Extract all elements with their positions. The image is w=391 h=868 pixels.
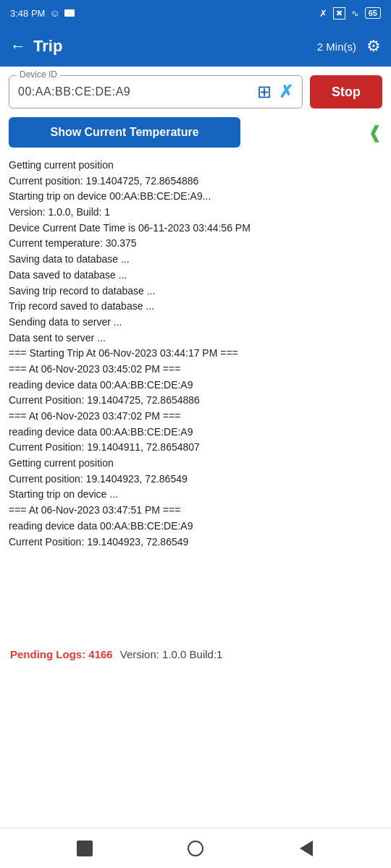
whatsapp-icon: ☺ — [49, 7, 59, 19]
log-line: Sending data to server ... — [9, 315, 382, 331]
device-id-box: Device ID 00:AA:BB:CE:DE:A9 ⊞ ✗ — [9, 75, 303, 109]
log-line: Current temperature: 30.375 — [9, 236, 382, 252]
trip-duration: 2 Min(s) — [317, 41, 356, 53]
log-line: reading device data 00:AA:BB:CE:DE:A9 — [9, 519, 382, 535]
device-id-value: 00:AA:BB:CE:DE:A9 — [18, 85, 130, 98]
log-line: === Starting Trip At 06-Nov-2023 03:44:1… — [9, 346, 382, 362]
log-line: Starting trip on device 00:AA:BB:CE:DE:A… — [9, 189, 382, 205]
back-button[interactable]: ← — [10, 37, 26, 56]
log-line: reading device data 00:AA:BB:CE:DE:A9 — [9, 425, 382, 441]
toolbar-left: ← Trip — [10, 37, 62, 56]
log-line: === At 06-Nov-2023 03:47:02 PM === — [9, 409, 382, 425]
wifi-icon: ∿ — [351, 8, 359, 19]
bottom-status: Pending Logs: 4166 Version: 1.0.0 Build:… — [0, 642, 391, 666]
show-temp-row: Show Current Temperature ❰ — [0, 114, 391, 153]
device-id-label: Device ID — [17, 69, 60, 80]
toolbar: ← Trip 2 Min(s) ⚙ — [0, 26, 391, 67]
log-line: Saving trip record to database ... — [9, 284, 382, 299]
log-line: Starting trip on device ... — [9, 487, 382, 503]
stop-button[interactable]: Stop — [310, 75, 382, 109]
status-bar: 3:48 PM ☺ ✗ ✖ ∿ 65 — [0, 0, 391, 26]
status-time: 3:48 PM — [10, 8, 45, 19]
nav-stop-button[interactable] — [72, 835, 98, 861]
device-id-icons: ⊞ ✗ — [257, 82, 293, 102]
screen-icon — [64, 9, 75, 17]
pending-logs-label: Pending Logs: 4166 — [10, 648, 113, 660]
nav-home-button[interactable] — [182, 835, 209, 861]
qr-code-icon[interactable]: ⊞ — [257, 82, 272, 102]
log-line: Current Position: 19.1404725, 72.8654886 — [9, 393, 382, 409]
log-line: Getting current position — [9, 158, 382, 174]
home-icon — [188, 841, 203, 856]
battery-indicator: 65 — [365, 7, 381, 19]
nav-bar — [0, 827, 391, 868]
signal-x-icon: ✖ — [333, 7, 345, 20]
log-line: Saving data to database ... — [9, 252, 382, 268]
show-temp-button[interactable]: Show Current Temperature — [9, 117, 240, 148]
log-line: reading device data 00:AA:BB:CE:DE:A9 — [9, 378, 382, 393]
version-label: Version: 1.0.0 Build:1 — [120, 648, 223, 660]
back-icon — [300, 841, 313, 856]
log-line: Current position: 19.1404725, 72.8654886 — [9, 174, 382, 190]
log-line: Trip record saved to database ... — [9, 299, 382, 315]
log-line: Current Position: 19.1404923, 72.86549 — [9, 535, 382, 550]
toolbar-right: 2 Min(s) ⚙ — [317, 37, 381, 56]
status-bar-left: 3:48 PM ☺ — [10, 7, 75, 19]
bluetooth-icon: ✗ — [319, 8, 327, 19]
main-content: Device ID 00:AA:BB:CE:DE:A9 ⊞ ✗ Stop Sho… — [0, 67, 391, 827]
nav-back-button[interactable] — [293, 835, 319, 861]
status-bar-right: ✗ ✖ ∿ 65 — [319, 7, 381, 20]
log-line: === At 06-Nov-2023 03:47:51 PM === — [9, 503, 382, 519]
stop-icon — [77, 841, 93, 856]
device-id-section: Device ID 00:AA:BB:CE:DE:A9 ⊞ ✗ Stop — [0, 67, 391, 114]
log-line: Current Position: 19.1404911, 72.8654807 — [9, 440, 382, 456]
log-content: Getting current positionCurrent position… — [0, 153, 391, 556]
log-line: Version: 1.0.0, Build: 1 — [9, 205, 382, 221]
log-line: === At 06-Nov-2023 03:45:02 PM === — [9, 362, 382, 378]
bluetooth-connect-icon[interactable]: ✗ — [279, 82, 293, 102]
settings-icon[interactable]: ⚙ — [366, 37, 381, 56]
log-line: Current position: 19.1404923, 72.86549 — [9, 472, 382, 488]
device-id-row: 00:AA:BB:CE:DE:A9 ⊞ ✗ — [18, 82, 293, 102]
log-line: Data sent to server ... — [9, 331, 382, 346]
log-line: Device Current Date Time is 06-11-2023 0… — [9, 221, 382, 237]
log-line: Data saved to database ... — [9, 268, 382, 284]
share-icon[interactable]: ❰ — [368, 122, 382, 142]
log-line: Getting current position — [9, 456, 382, 472]
page-title: Trip — [33, 37, 62, 56]
